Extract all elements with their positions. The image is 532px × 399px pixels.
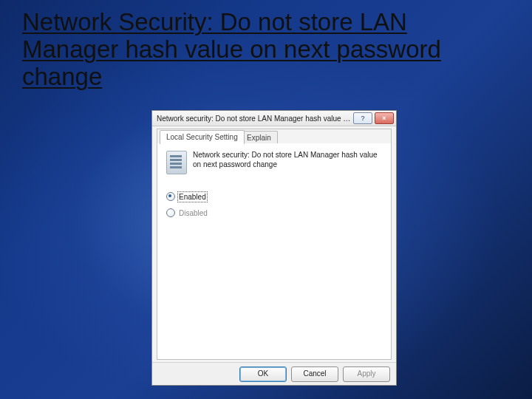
radio-icon [166,192,175,201]
properties-dialog: Network security: Do not store LAN Manag… [151,110,397,386]
help-icon: ? [361,115,364,122]
help-button[interactable]: ? [353,112,372,124]
radio-disabled[interactable]: Disabled [166,207,382,219]
radio-label-disabled: Disabled [179,209,208,217]
close-icon: × [382,115,386,122]
cancel-button[interactable]: Cancel [291,366,338,382]
radio-enabled[interactable]: Enabled [166,191,382,202]
tab-explain[interactable]: Explain [240,131,278,144]
apply-button[interactable]: Apply [343,366,390,382]
slide-title: Network Security: Do not store LAN Manag… [22,9,510,91]
slide-background: Network Security: Do not store LAN Manag… [0,0,532,399]
policy-description: Network security: Do not store LAN Manag… [193,151,382,169]
radio-group: Enabled Disabled [166,191,382,219]
tab-content-local: Network security: Do not store LAN Manag… [157,143,391,359]
dialog-body: Local Security Setting Explain Network s… [157,129,392,360]
dialog-title-text: Network security: Do not store LAN Manag… [157,115,351,123]
tab-label: Explain [247,134,271,142]
tab-label: Local Security Setting [166,133,238,141]
close-button[interactable]: × [375,112,394,124]
policy-icon [166,151,187,174]
tab-strip: Local Security Setting Explain [157,129,391,144]
dialog-titlebar[interactable]: Network security: Do not store LAN Manag… [152,111,396,126]
dialog-button-bar: OK Cancel Apply [152,362,396,385]
tab-local-security-setting[interactable]: Local Security Setting [160,130,245,144]
policy-header: Network security: Do not store LAN Manag… [166,151,382,174]
radio-label-enabled: Enabled [179,193,206,201]
radio-icon [166,208,175,217]
ok-button[interactable]: OK [239,366,287,382]
